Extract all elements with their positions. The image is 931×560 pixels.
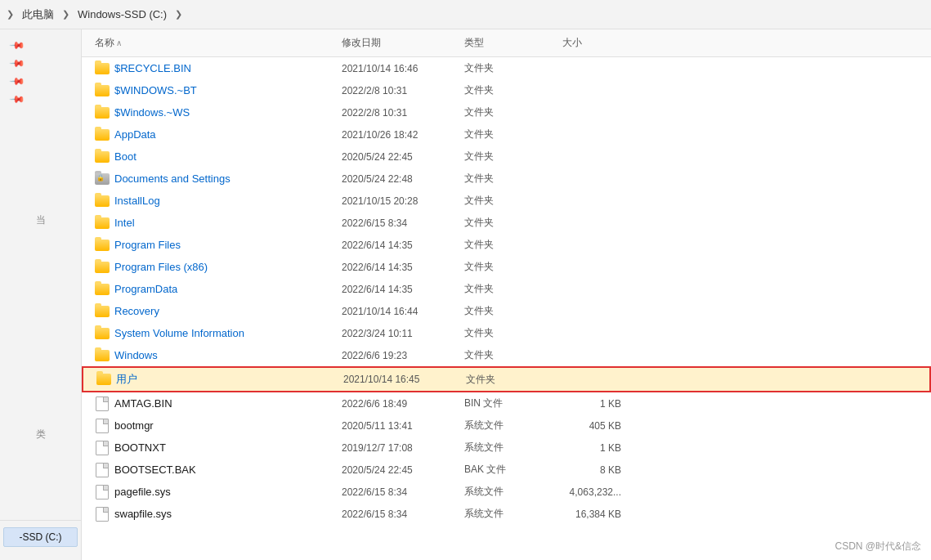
- file-type: 文件夹: [458, 103, 556, 122]
- file-name-cell: $RECYCLE.BIN: [82, 60, 335, 78]
- breadcrumb-pc[interactable]: 此电脑: [17, 6, 59, 24]
- file-name-text: BOOTNXT: [114, 441, 166, 454]
- file-name-text: AppData: [114, 128, 156, 141]
- file-date: 2022/2/8 10:31: [335, 105, 458, 121]
- file-size: [556, 132, 638, 137]
- sidebar-drive: -SSD (C:): [0, 520, 81, 553]
- file-size: [556, 309, 638, 314]
- file-size: [556, 265, 638, 270]
- file-size: 405 KB: [556, 418, 638, 434]
- file-name-text: Documents and Settings: [114, 172, 231, 185]
- file-date: 2020/5/24 22:45: [335, 149, 458, 165]
- file-name-cell: $WINDOWS.~BT: [82, 82, 335, 100]
- folder-icon: [95, 150, 110, 164]
- table-row[interactable]: System Volume Information2022/3/24 10:11…: [82, 322, 931, 344]
- file-name-text: AMTAG.BIN: [114, 397, 172, 410]
- pin-icon-1: 📌: [9, 37, 26, 54]
- file-date: 2022/6/14 14:35: [335, 281, 458, 298]
- table-row[interactable]: Boot2020/5/24 22:45文件夹: [82, 146, 931, 168]
- file-size: [556, 88, 638, 93]
- file-date: 2022/6/15 8:34: [335, 215, 458, 231]
- table-row[interactable]: Intel2022/6/15 8:34文件夹: [82, 212, 931, 234]
- table-row[interactable]: $RECYCLE.BIN2021/10/14 16:46文件夹: [82, 57, 931, 79]
- file-size: 1 KB: [556, 396, 638, 412]
- table-row[interactable]: $WINDOWS.~BT2022/2/8 10:31文件夹: [82, 79, 931, 101]
- file-type: BAK 文件: [458, 460, 556, 479]
- file-name-text: System Volume Information: [114, 327, 244, 339]
- table-row[interactable]: AppData2021/10/26 18:42文件夹: [82, 123, 931, 146]
- file-date: 2020/5/11 13:41: [335, 418, 458, 434]
- drive-item-c[interactable]: -SSD (C:): [3, 527, 78, 547]
- breadcrumb-arrow-1: ❯: [7, 9, 14, 20]
- file-name-cell: Boot: [82, 148, 335, 166]
- col-date[interactable]: 修改日期: [335, 33, 458, 53]
- col-type[interactable]: 类型: [458, 33, 556, 53]
- file-type: 文件夹: [458, 280, 556, 298]
- file-name-text: bootmgr: [114, 419, 154, 432]
- file-size: [556, 221, 638, 226]
- table-row[interactable]: InstallLog2021/10/15 20:28文件夹: [82, 190, 931, 212]
- file-name-text: pagefile.sys: [114, 486, 171, 498]
- pin-1[interactable]: 📌: [0, 36, 81, 54]
- pin-4[interactable]: 📌: [0, 90, 81, 108]
- file-date: 2022/6/6 18:49: [335, 396, 458, 412]
- file-list: $RECYCLE.BIN2021/10/14 16:46文件夹$WINDOWS.…: [82, 57, 931, 525]
- breadcrumb-drive[interactable]: Windows-SSD (C:): [73, 7, 172, 22]
- file-date: 2022/6/14 14:35: [335, 259, 458, 276]
- col-size[interactable]: 大小: [556, 33, 638, 53]
- table-row[interactable]: swapfile.sys2022/6/15 8:34系统文件16,384 KB: [82, 503, 931, 525]
- file-type: 系统文件: [458, 416, 556, 435]
- file-date: 2019/12/7 17:08: [335, 440, 458, 456]
- column-header: 名称 ∧ 修改日期 类型 大小: [82, 29, 931, 57]
- file-name-cell: InstallLog: [82, 192, 335, 210]
- file-name-text: Recovery: [114, 305, 159, 317]
- table-row[interactable]: Documents and Settings2020/5/24 22:48文件夹: [82, 168, 931, 190]
- file-type: 文件夹: [458, 125, 556, 144]
- table-row[interactable]: AMTAG.BIN2022/6/6 18:49BIN 文件1 KB: [82, 392, 931, 414]
- file-date: 2022/2/8 10:31: [335, 83, 458, 99]
- folder-icon: [95, 84, 110, 97]
- file-type: BIN 文件: [458, 394, 556, 413]
- table-row[interactable]: $Windows.~WS2022/2/8 10:31文件夹: [82, 101, 931, 123]
- col-name[interactable]: 名称 ∧: [82, 33, 335, 53]
- file-name-cell: Recovery: [82, 302, 335, 320]
- pin-3[interactable]: 📌: [0, 72, 81, 90]
- table-row[interactable]: Windows2022/6/6 19:23文件夹: [82, 344, 931, 366]
- file-size: 8 KB: [556, 462, 638, 478]
- table-row[interactable]: Program Files2022/6/14 14:35文件夹: [82, 234, 931, 256]
- table-row[interactable]: BOOTSECT.BAK2020/5/24 22:45BAK 文件8 KB: [82, 459, 931, 481]
- file-name-cell: $Windows.~WS: [82, 104, 335, 122]
- file-name-cell: Windows: [82, 347, 335, 365]
- table-row[interactable]: 用户2021/10/14 16:45文件夹: [82, 366, 931, 392]
- folder-icon: [95, 195, 110, 208]
- folder-icon: [95, 217, 110, 230]
- file-name-cell: AMTAG.BIN: [82, 395, 335, 413]
- file-icon: [95, 441, 110, 455]
- table-row[interactable]: pagefile.sys2022/6/15 8:34系统文件4,063,232.…: [82, 481, 931, 503]
- file-type: 文件夹: [458, 324, 556, 343]
- table-row[interactable]: Recovery2021/10/14 16:44文件夹: [82, 300, 931, 322]
- pin-2[interactable]: 📌: [0, 54, 81, 72]
- file-name-cell: Documents and Settings: [82, 170, 335, 188]
- file-name-cell: ProgramData: [82, 280, 335, 298]
- file-size: [556, 353, 638, 358]
- folder-icon: [95, 327, 110, 340]
- sidebar: 📌 📌 📌 📌 当 类 -SSD (C:): [0, 29, 82, 560]
- file-size: [557, 377, 639, 382]
- file-name-text: Windows: [114, 349, 158, 361]
- file-type: 文件夹: [458, 235, 556, 254]
- file-name-text: InstallLog: [114, 195, 160, 207]
- table-row[interactable]: Program Files (x86)2022/6/14 14:35文件夹: [82, 256, 931, 278]
- file-name-text: BOOTSECT.BAK: [114, 464, 196, 476]
- table-row[interactable]: bootmgr2020/5/11 13:41系统文件405 KB: [82, 414, 931, 437]
- file-date: 2021/10/15 20:28: [335, 193, 458, 209]
- file-type: 文件夹: [458, 191, 556, 210]
- table-row[interactable]: ProgramData2022/6/14 14:35文件夹: [82, 278, 931, 300]
- file-name-text: Intel: [114, 217, 135, 229]
- file-type: 文件夹: [458, 59, 556, 78]
- table-row[interactable]: BOOTNXT2019/12/7 17:08系统文件1 KB: [82, 437, 931, 459]
- file-size: 4,063,232...: [556, 484, 638, 500]
- file-date: 2022/6/14 14:35: [335, 237, 458, 253]
- file-name-cell: bootmgr: [82, 417, 335, 435]
- file-icon: [95, 508, 110, 521]
